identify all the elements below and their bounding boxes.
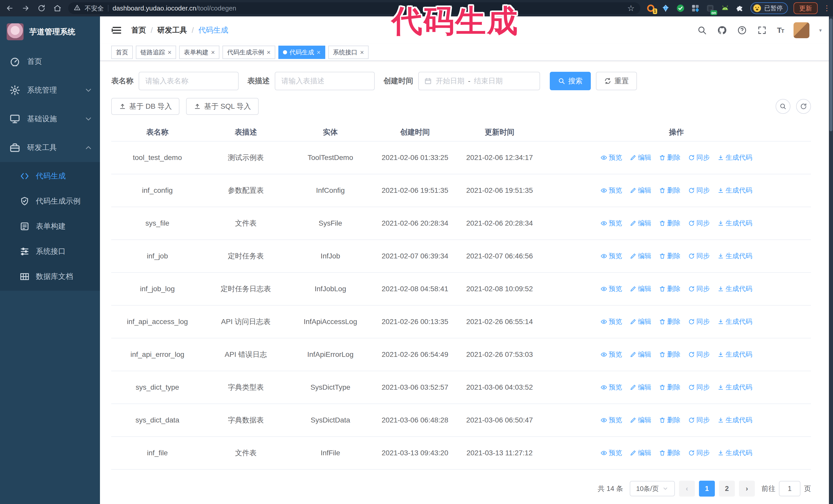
edit-action[interactable]: 编辑 (630, 186, 651, 195)
delete-action[interactable]: 删除 (659, 415, 681, 425)
edit-action[interactable]: 编辑 (630, 350, 651, 359)
sidebar-item-monitor[interactable]: 基础设施 (0, 104, 100, 133)
tab-代码生成示例[interactable]: 代码生成示例 × (222, 46, 275, 59)
page-button-2[interactable]: 2 (719, 481, 735, 497)
sync-action[interactable]: 同步 (688, 218, 710, 228)
extension-green-check-icon[interactable] (675, 3, 685, 13)
generate-code-action[interactable]: 生成代码 (717, 415, 752, 425)
sync-action[interactable]: 同步 (688, 448, 710, 458)
generate-code-action[interactable]: 生成代码 (717, 218, 752, 228)
tab-close-icon[interactable]: × (266, 49, 270, 56)
edit-action[interactable]: 编辑 (630, 317, 651, 327)
fullscreen-icon[interactable] (757, 25, 767, 35)
sync-action[interactable]: 同步 (688, 251, 710, 261)
sidebar-subitem-example[interactable]: 代码生成示例 (0, 189, 100, 214)
tab-链路追踪[interactable]: 链路追踪 × (136, 46, 176, 59)
edit-action[interactable]: 编辑 (630, 218, 651, 228)
browser-home-icon[interactable] (52, 3, 63, 13)
reset-button[interactable]: 重置 (596, 72, 637, 90)
sidebar-item-gear[interactable]: 系统管理 (0, 76, 100, 104)
sync-action[interactable]: 同步 (688, 317, 710, 327)
github-icon[interactable] (717, 25, 727, 35)
preview-action[interactable]: 预览 (600, 284, 622, 294)
delete-action[interactable]: 删除 (659, 317, 681, 327)
help-icon[interactable] (737, 25, 747, 35)
browser-update-button[interactable]: 更新 (793, 2, 818, 14)
search-button[interactable]: 搜索 (550, 72, 591, 90)
sync-action[interactable]: 同步 (688, 153, 710, 163)
delete-action[interactable]: 删除 (659, 186, 681, 195)
sidebar-toggle-icon[interactable] (111, 25, 122, 36)
tab-首页[interactable]: 首页 (111, 46, 133, 59)
breadcrumb-item[interactable]: 研发工具 (158, 25, 187, 35)
delete-action[interactable]: 删除 (659, 284, 681, 294)
edit-action[interactable]: 编辑 (630, 415, 651, 425)
delete-action[interactable]: 删除 (659, 218, 681, 228)
delete-action[interactable]: 删除 (659, 251, 681, 261)
preview-action[interactable]: 预览 (600, 415, 622, 425)
sync-action[interactable]: 同步 (688, 284, 710, 294)
generate-code-action[interactable]: 生成代码 (717, 186, 752, 195)
search-icon[interactable] (697, 25, 707, 35)
preview-action[interactable]: 预览 (600, 350, 622, 359)
tab-close-icon[interactable]: × (360, 49, 364, 56)
goto-page-input[interactable] (779, 481, 801, 496)
generate-code-action[interactable]: 生成代码 (717, 153, 752, 163)
sync-action[interactable]: 同步 (688, 383, 710, 392)
generate-code-action[interactable]: 生成代码 (717, 284, 752, 294)
generate-code-action[interactable]: 生成代码 (717, 350, 752, 359)
import-sql-button[interactable]: 基于 SQL 导入 (186, 98, 259, 115)
edit-action[interactable]: 编辑 (630, 153, 651, 163)
edit-action[interactable]: 编辑 (630, 448, 651, 458)
extension-orange-icon[interactable]: 1 (646, 3, 656, 13)
browser-forward-icon[interactable] (21, 3, 31, 13)
app-logo[interactable]: 芋道管理系统 (0, 17, 100, 47)
tab-close-icon[interactable]: × (317, 49, 320, 56)
extension-gem-icon[interactable] (661, 3, 670, 13)
sidebar-subitem-form[interactable]: 表单构建 (0, 214, 100, 239)
sidebar-item-toolbox[interactable]: 研发工具 (0, 133, 100, 162)
sidebar-subitem-code[interactable]: 代码生成 (0, 164, 100, 189)
extension-dark-on-icon[interactable]: on (705, 3, 715, 13)
tab-代码生成[interactable]: 代码生成 × (278, 46, 325, 59)
sync-action[interactable]: 同步 (688, 186, 710, 195)
preview-action[interactable]: 预览 (600, 153, 622, 163)
browser-reload-icon[interactable] (37, 3, 47, 13)
extension-grid-icon[interactable] (690, 3, 700, 13)
tab-close-icon[interactable]: × (168, 49, 171, 56)
tab-表单构建[interactable]: 表单构建 × (179, 46, 219, 59)
import-db-button[interactable]: 基于 DB 导入 (111, 98, 180, 115)
table-desc-input[interactable] (275, 72, 375, 90)
prev-page-button[interactable]: ‹ (679, 481, 695, 497)
browser-menu-icon[interactable]: ⋮ (823, 6, 828, 10)
sidebar-subitem-api[interactable]: 系统接口 (0, 239, 100, 264)
delete-action[interactable]: 删除 (659, 383, 681, 392)
generate-code-action[interactable]: 生成代码 (717, 448, 752, 458)
browser-scrollbar[interactable] (829, 17, 833, 504)
sync-action[interactable]: 同步 (688, 415, 710, 425)
generate-code-action[interactable]: 生成代码 (717, 383, 752, 392)
address-bar[interactable]: 不安全 dashboard.yudao.iocoder.cn/tool/code… (68, 2, 640, 14)
toggle-search-button[interactable] (776, 99, 790, 114)
scrollbar-thumb[interactable] (829, 19, 832, 131)
preview-action[interactable]: 预览 (600, 186, 622, 195)
generate-code-action[interactable]: 生成代码 (717, 317, 752, 327)
edit-action[interactable]: 编辑 (630, 251, 651, 261)
preview-action[interactable]: 预览 (600, 218, 622, 228)
tab-close-icon[interactable]: × (211, 49, 215, 56)
table-name-input[interactable] (139, 72, 239, 90)
profile-paused-badge[interactable]: 已暂停 (751, 2, 788, 14)
page-size-select[interactable]: 10条/页 (630, 481, 675, 496)
delete-action[interactable]: 删除 (659, 350, 681, 359)
refresh-table-button[interactable] (796, 99, 811, 114)
browser-back-icon[interactable] (5, 3, 15, 13)
next-page-button[interactable]: › (739, 481, 755, 497)
bookmark-star-icon[interactable]: ☆ (627, 4, 635, 12)
sidebar-subitem-database-doc[interactable]: 数据库文档 (0, 264, 100, 289)
font-size-icon[interactable]: TT (777, 26, 784, 34)
delete-action[interactable]: 删除 (659, 448, 681, 458)
preview-action[interactable]: 预览 (600, 251, 622, 261)
edit-action[interactable]: 编辑 (630, 284, 651, 294)
avatar-caret-icon[interactable]: ▾ (819, 27, 822, 33)
preview-action[interactable]: 预览 (600, 317, 622, 327)
